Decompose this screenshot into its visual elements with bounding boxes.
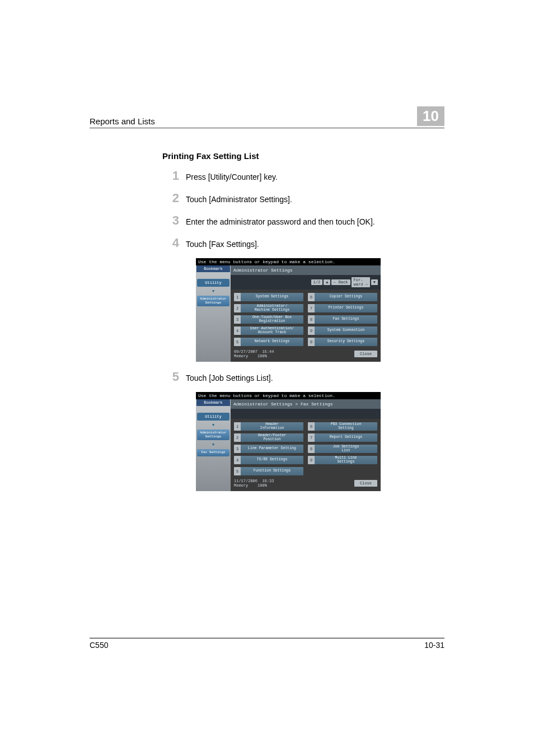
step-text: Enter the administrator password and the… <box>186 217 375 226</box>
page-indicator: 1/2 <box>311 279 323 285</box>
close-button[interactable]: Close <box>354 480 377 487</box>
panel-main: Administrator Settings 1/2 ▲ ← Back For-… <box>231 265 381 362</box>
step-text: Press [Utility/Counter] key. <box>186 172 278 181</box>
menu-user-auth[interactable]: 4User Authentication/ Account Track <box>234 326 303 335</box>
menu-network[interactable]: 5Network Settings <box>234 338 303 346</box>
sidebar-utility[interactable]: Utility <box>197 413 229 421</box>
back-button[interactable]: ← Back <box>331 279 350 285</box>
menu-function-settings[interactable]: 5Function Settings <box>234 467 303 475</box>
menu-header-info[interactable]: 1Header Information <box>234 422 303 431</box>
footer-left: C550 <box>90 641 108 650</box>
menu-system-connection[interactable]: 9System Connection <box>308 326 377 335</box>
step-1: 1 Press [Utility/Counter] key. <box>162 169 444 183</box>
sidebar-administrator-settings[interactable]: Administrator Settings <box>197 430 229 440</box>
menu-txrx[interactable]: 4TX/RX Settings <box>234 456 303 464</box>
menu-admin-machine[interactable]: 2Administrator/ Machine Settings <box>234 304 303 312</box>
page-up-icon[interactable]: ▲ <box>324 279 330 285</box>
panel-sidebar: Bookmark Utility ▼ Administrator Setting… <box>196 265 231 362</box>
menu-fax-settings[interactable]: 8Fax Settings <box>308 315 377 324</box>
step-text: Touch [Job Settings List]. <box>186 374 273 382</box>
paging-bar: 1/2 ▲ ← Back For- ward → ▼ <box>231 275 381 290</box>
footer-status: 09/27/2007 15:44 Memory 100% <box>234 349 274 358</box>
menu-col-left: 1Header Information 2Header/Footer Posit… <box>234 422 303 475</box>
menu-pbx[interactable]: 6PBX Connection Setting <box>308 422 377 431</box>
step-number: 2 <box>162 191 179 206</box>
screenshot-fax-settings: Use the menu buttons or keypad to make a… <box>196 392 381 491</box>
footer-right: 10-31 <box>424 641 444 650</box>
menu-security[interactable]: 0Security Settings <box>308 338 377 346</box>
menu-line-parameter[interactable]: 3Line Parameter Setting <box>234 445 303 453</box>
bookmark-tab[interactable]: Bookmark <box>196 265 230 272</box>
menu-report-settings[interactable]: 7Report Settings <box>308 433 377 442</box>
menu-header-footer-pos[interactable]: 2Header/Footer Position <box>234 433 303 442</box>
forward-button[interactable]: For- ward → <box>352 277 370 287</box>
panel-instruction: Use the menu buttons or keypad to make a… <box>196 258 381 265</box>
step-number: 3 <box>162 213 179 228</box>
chapter-number: 10 <box>417 106 444 126</box>
panel-main: Administrator Settings > Fax Settings 1H… <box>231 399 381 491</box>
step-5: 5 Touch [Job Settings List]. <box>162 370 444 384</box>
screenshot-admin-settings: Use the menu buttons or keypad to make a… <box>196 258 381 362</box>
arrow-down-icon: ▼ <box>196 423 231 427</box>
menu-empty <box>308 467 377 475</box>
page-footer: C550 10-31 <box>90 638 444 650</box>
page-header: Reports and Lists 10 <box>90 106 444 129</box>
menu-printer[interactable]: 7Printer Settings <box>308 304 377 312</box>
section-title-small: Reports and Lists <box>90 116 155 126</box>
panel-sidebar: Bookmark Utility ▼ Administrator Setting… <box>196 399 231 491</box>
step-text: Touch [Administrator Settings]. <box>186 195 292 204</box>
menu-col-right: 6PBX Connection Setting 7Report Settings… <box>308 422 377 475</box>
menu-job-settings-list[interactable]: 8Job Settings List <box>308 445 377 453</box>
step-3: 3 Enter the administrator password and t… <box>162 213 444 228</box>
sidebar-administrator-settings[interactable]: Administrator Settings <box>197 296 229 306</box>
bookmark-tab[interactable]: Bookmark <box>196 399 230 406</box>
arrow-down-icon: ▼ <box>196 442 231 447</box>
menu-system-settings[interactable]: 1System Settings <box>234 293 303 301</box>
breadcrumb: Administrator Settings <box>231 265 381 275</box>
menu-copier[interactable]: 6Copier Settings <box>308 293 377 301</box>
arrow-down-icon: ▼ <box>196 289 231 293</box>
close-button[interactable]: Close <box>354 351 377 357</box>
footer-status: 11/17/2006 18:33 Memory 100% <box>234 479 274 488</box>
page-down-icon[interactable]: ▼ <box>371 279 378 285</box>
step-text: Touch [Fax Settings]. <box>186 240 259 249</box>
section-heading: Printing Fax Setting List <box>162 151 444 161</box>
menu-col-right: 6Copier Settings 7Printer Settings 8Fax … <box>308 293 377 346</box>
menu-one-touch[interactable]: 3One-Touch/User Box Registration <box>234 315 303 324</box>
step-number: 1 <box>162 169 179 183</box>
paging-bar <box>231 409 381 419</box>
step-2: 2 Touch [Administrator Settings]. <box>162 191 444 206</box>
panel-instruction: Use the menu buttons or keypad to make a… <box>196 392 381 399</box>
step-4: 4 Touch [Fax Settings]. <box>162 236 444 250</box>
menu-col-left: 1System Settings 2Administrator/ Machine… <box>234 293 303 346</box>
step-number: 4 <box>162 236 179 250</box>
sidebar-utility[interactable]: Utility <box>197 279 229 287</box>
step-number: 5 <box>162 370 179 384</box>
breadcrumb: Administrator Settings > Fax Settings <box>231 399 381 409</box>
menu-multi-line[interactable]: 9Multi Line Settings <box>308 456 377 464</box>
sidebar-fax-settings[interactable]: Fax Settings <box>197 449 229 456</box>
